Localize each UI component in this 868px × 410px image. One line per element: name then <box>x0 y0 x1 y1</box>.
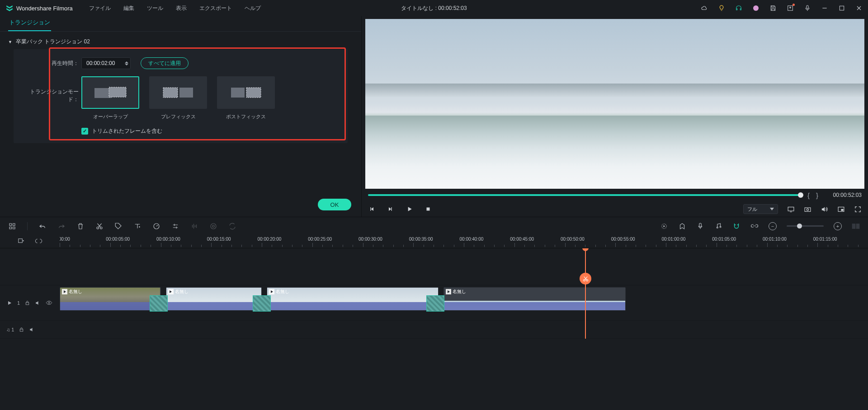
fx-icon[interactable] <box>209 222 217 230</box>
svg-point-11 <box>807 209 808 210</box>
bracket-open-icon[interactable]: { <box>807 191 810 199</box>
audio-track-body[interactable] <box>60 321 868 338</box>
lock-icon[interactable] <box>24 300 30 306</box>
mute-icon[interactable] <box>35 300 41 306</box>
render-icon[interactable] <box>660 222 668 230</box>
spinner-icon[interactable] <box>125 61 128 65</box>
add-track-icon[interactable] <box>17 238 25 245</box>
ruler-label: 00:00:05:00 <box>106 237 130 242</box>
preview-viewport[interactable] <box>365 19 864 189</box>
cut-icon[interactable] <box>95 222 104 230</box>
stop-icon[interactable] <box>425 206 431 212</box>
video-track-header: 1 <box>0 285 60 320</box>
bracket-close-icon[interactable]: } <box>816 191 818 199</box>
svg-rect-13 <box>841 209 844 210</box>
maximize-icon[interactable] <box>838 5 845 12</box>
audio-mute-icon[interactable] <box>29 326 35 333</box>
avatar-icon[interactable] <box>752 5 760 12</box>
fullscreen-icon[interactable] <box>854 205 862 213</box>
video-clip[interactable]: 名無し <box>60 287 161 311</box>
scrubber-track[interactable] <box>368 194 801 196</box>
fit-icon[interactable] <box>852 222 860 230</box>
headset-icon[interactable] <box>735 5 742 12</box>
mode-overlap[interactable] <box>81 76 139 109</box>
quality-value: フル <box>747 206 757 213</box>
step-back-icon[interactable] <box>368 205 375 213</box>
quality-select[interactable]: フル <box>743 204 778 214</box>
video-clip[interactable]: 名無し <box>443 287 625 311</box>
preview-panel: { } 00:00:52:03 フル <box>362 16 868 217</box>
duration-input[interactable]: 00:00:02:00 <box>81 57 131 69</box>
track-body-0[interactable] <box>60 248 868 285</box>
duration-value: 00:00:02:00 <box>86 60 115 66</box>
apply-all-button[interactable]: すべてに適用 <box>141 57 189 69</box>
svg-rect-3 <box>109 87 126 97</box>
transition-marker[interactable] <box>150 295 168 312</box>
ruler-label: 00:00:15:00 <box>207 237 231 242</box>
minimize-icon[interactable] <box>821 5 828 12</box>
video-clip[interactable]: 名無し <box>267 287 439 311</box>
ruler-label: 00:00:30:00 <box>359 237 382 242</box>
sync-icon[interactable] <box>228 222 236 230</box>
redo-icon[interactable] <box>57 222 66 230</box>
idea-icon[interactable] <box>718 5 725 12</box>
tag-icon[interactable] <box>114 222 123 230</box>
grid-icon[interactable] <box>8 222 16 230</box>
audio-lock-icon[interactable] <box>19 326 24 332</box>
menu-edit[interactable]: 編集 <box>123 5 134 12</box>
music-icon[interactable] <box>714 222 722 230</box>
include-trim-checkbox[interactable]: ✓ <box>81 128 88 135</box>
tab-transition[interactable]: トランジション <box>8 19 51 31</box>
zoom-in-icon[interactable]: + <box>834 222 842 230</box>
play-icon[interactable] <box>406 205 413 213</box>
voiceover-icon[interactable] <box>696 222 704 230</box>
video-track-body[interactable]: 名無し名無し名無し名無し <box>60 285 868 320</box>
cloud-icon[interactable] <box>701 5 708 12</box>
magnet-icon[interactable] <box>732 222 741 230</box>
menu-help[interactable]: ヘルプ <box>245 5 261 12</box>
video-clip[interactable]: 名無し <box>166 287 262 311</box>
step-fwd-icon[interactable] <box>387 205 394 213</box>
section-header[interactable]: ▼ 卒業パック トランジション 02 <box>0 32 361 49</box>
menu-export[interactable]: エクスポート <box>199 5 232 12</box>
adjust-icon[interactable] <box>171 222 179 230</box>
mic-icon[interactable] <box>804 5 811 12</box>
menu-view[interactable]: 表示 <box>176 5 187 12</box>
preview-scrubber: { } 00:00:52:03 <box>362 189 868 201</box>
ruler-label: 00:00:50:00 <box>561 237 585 242</box>
display-icon[interactable] <box>787 205 795 213</box>
playhead-cut-icon[interactable] <box>580 273 591 284</box>
ok-button[interactable]: OK <box>318 199 351 210</box>
menu-file[interactable]: ファイル <box>89 5 111 12</box>
menu-tools[interactable]: ツール <box>147 5 163 12</box>
timeline-ruler[interactable]: :00:0000:00:05:0000:00:10:0000:00:15:000… <box>60 235 868 248</box>
transition-marker[interactable] <box>426 295 444 312</box>
undo-icon[interactable] <box>38 222 47 230</box>
link-track-icon[interactable] <box>35 238 42 245</box>
transition-panel: トランジション ▼ 卒業パック トランジション 02 再生時間： 00:00:0… <box>0 16 362 217</box>
snapshot-icon[interactable] <box>804 205 811 213</box>
export-icon[interactable] <box>787 5 794 12</box>
zoom-out-icon[interactable]: − <box>769 222 777 230</box>
clip-label: 名無し <box>168 289 189 295</box>
close-icon[interactable] <box>855 5 863 12</box>
delete-icon[interactable] <box>76 222 85 230</box>
eq-icon[interactable] <box>190 222 198 230</box>
include-trim-label: トリムされたフレームを含む <box>92 127 162 135</box>
marker-icon[interactable] <box>678 222 686 230</box>
volume-icon[interactable] <box>821 205 828 213</box>
transition-marker[interactable] <box>253 295 271 312</box>
link-icon[interactable] <box>750 222 759 230</box>
svg-rect-20 <box>852 224 856 229</box>
save-icon[interactable] <box>769 5 777 12</box>
scrubber-thumb[interactable] <box>798 192 803 198</box>
ruler-label: 00:00:55:00 <box>611 237 635 242</box>
zoom-slider[interactable] <box>787 225 824 227</box>
speed-icon[interactable] <box>152 222 160 230</box>
text-icon[interactable] <box>133 222 142 230</box>
eye-icon[interactable] <box>46 299 52 306</box>
mode-postfix[interactable] <box>217 76 275 109</box>
pip-icon[interactable] <box>837 205 845 213</box>
mode-prefix[interactable] <box>149 76 207 109</box>
playhead[interactable] <box>585 248 586 339</box>
